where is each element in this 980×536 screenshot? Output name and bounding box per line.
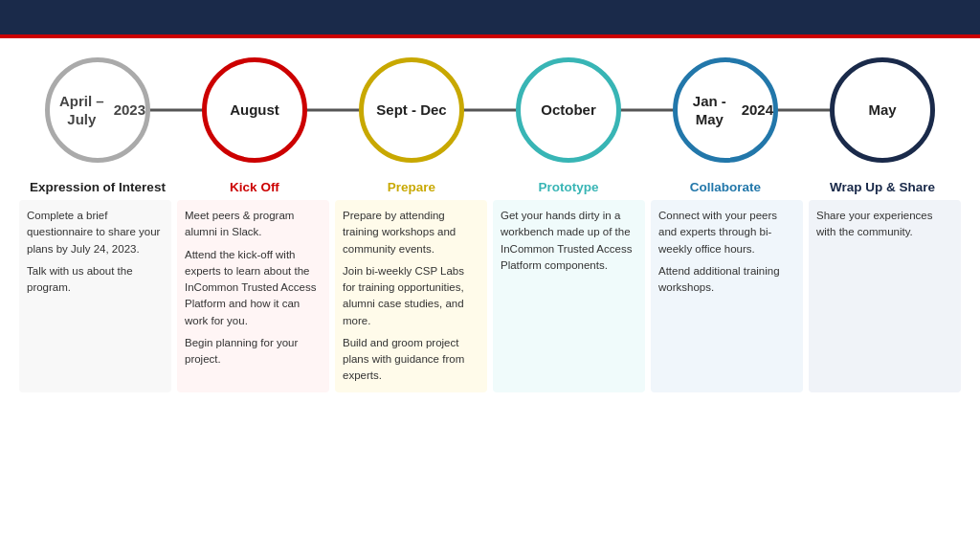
circle-april-july: April – July2023 — [45, 57, 150, 163]
phase-label-jan-may: Collaborate — [647, 180, 804, 194]
timeline-node-may: May — [804, 57, 961, 163]
description-card-april-july: Complete a brief questionnaire to share … — [19, 200, 171, 392]
timeline-node-august: August — [176, 57, 333, 163]
description-card-august: Meet peers & program alumni in Slack.Att… — [177, 200, 329, 392]
phase-label-april-july: Expression of Interest — [19, 180, 176, 194]
phase-label-october: Prototype — [490, 180, 647, 194]
description-card-sept-dec: Prepare by attending training workshops … — [335, 200, 487, 392]
cards-row: Complete a brief questionnaire to share … — [19, 200, 961, 392]
phase-label-august: Kick Off — [176, 180, 333, 194]
timeline-row: April – July2023AugustSept - DecOctoberJ… — [19, 57, 961, 163]
timeline-node-jan-may: Jan - May2024 — [647, 57, 804, 163]
description-card-may: Share your experiences with the communit… — [809, 200, 961, 392]
circle-october: October — [516, 57, 621, 163]
timeline-node-october: October — [490, 57, 647, 163]
phase-label-sept-dec: Prepare — [333, 180, 490, 194]
phase-label-may: Wrap Up & Share — [804, 180, 961, 194]
timeline-node-april-july: April – July2023 — [19, 57, 176, 163]
circle-may: May — [830, 57, 935, 163]
main-content: April – July2023AugustSept - DecOctoberJ… — [0, 38, 980, 402]
timeline-node-sept-dec: Sept - Dec — [333, 57, 490, 163]
page-wrapper: April – July2023AugustSept - DecOctoberJ… — [0, 0, 980, 402]
description-card-jan-may: Connect with your peers and experts thro… — [651, 200, 803, 392]
header — [0, 0, 980, 38]
description-card-october: Get your hands dirty in a workbench made… — [493, 200, 645, 392]
labels-row: Expression of InterestKick OffPreparePro… — [19, 180, 961, 194]
circle-august: August — [202, 57, 307, 163]
circle-sept-dec: Sept - Dec — [359, 57, 464, 163]
circle-jan-may: Jan - May2024 — [673, 57, 778, 163]
